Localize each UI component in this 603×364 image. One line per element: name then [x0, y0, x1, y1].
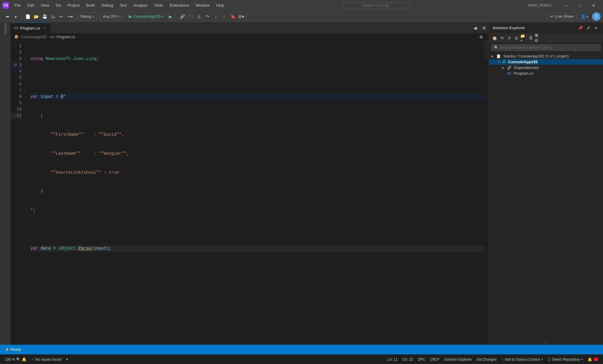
title-search-input[interactable]: [343, 2, 409, 9]
sb2-git-changes-tab[interactable]: Git Changes: [474, 357, 499, 362]
tab-scroll-left[interactable]: ◀: [471, 24, 479, 32]
sb2-select-repository[interactable]: ⬡ Select Repository ▾: [545, 357, 585, 362]
menu-analyze[interactable]: Analyze: [130, 2, 150, 8]
sb-ready[interactable]: ⚡ Ready: [2, 345, 23, 354]
breadcrumb-file[interactable]: C# Program.cs: [50, 35, 75, 39]
code-editor[interactable]: 1 2 3 ⊟ 3 4 5 6 7 8 9 10 11 using Newton…: [11, 41, 489, 345]
se-sync-btn[interactable]: ⟲: [499, 35, 505, 42]
exceptions-button[interactable]: ⚠: [195, 13, 203, 20]
se-home-btn[interactable]: 🏠: [491, 35, 498, 42]
menu-file[interactable]: File: [11, 2, 24, 8]
forward-button[interactable]: ▸: [12, 13, 20, 20]
file-cs-icon: C#: [14, 26, 18, 30]
redo-icon: ↪▾: [67, 14, 73, 19]
save-button[interactable]: 💾: [41, 13, 48, 20]
se-new-solution-folder-btn[interactable]: 📁+: [520, 35, 527, 42]
se-collapse-btn[interactable]: ⊟: [513, 35, 520, 42]
se-dependencies-item[interactable]: ▶ 🔗 Dependencies: [489, 65, 603, 70]
open-file-button[interactable]: 📂: [32, 13, 40, 20]
toolbar-nav-group: ⬅ ▸: [2, 13, 21, 20]
sb2-errors[interactable]: ▾: [64, 355, 70, 364]
sb2-crlf[interactable]: CRLF: [427, 357, 442, 362]
maximize-button[interactable]: □: [573, 0, 587, 11]
debug-dropdown-icon: ▾: [92, 14, 94, 19]
breakpoints-icon: ⬛: [188, 14, 193, 19]
sb2-no-issues[interactable]: ✓ No issues found: [29, 355, 64, 364]
back-button[interactable]: ⬅: [4, 13, 11, 20]
redo-dropdown[interactable]: ↪▾: [66, 13, 74, 20]
se-program-cs-item[interactable]: ▶ C# Program.cs: [489, 70, 603, 76]
solution-explorer: Solution Explorer 📌 ⤢ × 🏠 ⟲ ↺ ⊟ 📁+ 🗄 🔍⚙ …: [489, 23, 603, 345]
sb2-zoom[interactable]: 100 % 🔍 🔔: [2, 355, 29, 364]
tab-close-button[interactable]: ×: [42, 26, 47, 30]
se-tree: ▶ 📋 Solution 'ConsoleApp335' (1 of 1 pro…: [489, 52, 603, 341]
tab-program-cs[interactable]: C# Program.cs ×: [11, 23, 51, 33]
attach-button[interactable]: 🔗: [178, 13, 186, 20]
sb2-right: Ln: 11 Ch: 23 SPC CRLF Solution Explorer…: [385, 357, 601, 362]
run-button[interactable]: ▶ ConsoleApp335 ▾: [127, 14, 166, 19]
save-all-button[interactable]: 🗂: [49, 13, 57, 20]
se-float-button[interactable]: ⤢: [585, 25, 592, 31]
live-share-button[interactable]: ⇌ Live Share: [547, 13, 577, 20]
se-project-icon: ⚙: [502, 60, 506, 64]
source-control-icon: ↑: [502, 357, 503, 362]
sb2-spc[interactable]: SPC: [415, 357, 428, 362]
menu-debug[interactable]: Debug: [98, 2, 116, 8]
se-solution-item[interactable]: ▶ 📋 Solution 'ConsoleApp335' (1 of 1 pro…: [489, 53, 603, 59]
bookmark-icon: 🔖: [230, 14, 235, 19]
tab-overflow-button[interactable]: ⚙: [480, 24, 488, 32]
main-roslyn-label[interactable]: MAIN | ROSLY...: [525, 3, 557, 8]
breakpoints-button[interactable]: ⬛: [187, 13, 194, 20]
sb2-solution-explorer-tab[interactable]: Solution Explorer: [442, 357, 474, 362]
menu-tools[interactable]: Tools: [151, 2, 166, 8]
menu-test[interactable]: Test: [117, 2, 130, 8]
toolbar: ⬅ ▸ 📄 📂 💾 🗂 ↩ ↪▾ Debug ▾ | Any: [0, 11, 603, 23]
step-into-button[interactable]: ↓: [212, 13, 220, 20]
settings-dropdown[interactable]: ⚙▾: [237, 13, 245, 20]
vs-logo: VS: [2, 2, 9, 9]
code-content[interactable]: using Newtonsoft.Json.Linq; var input = …: [26, 41, 484, 345]
minimap: [484, 41, 489, 345]
menu-build[interactable]: Build: [83, 2, 98, 8]
minimize-button[interactable]: —: [559, 0, 573, 11]
sb2-ln-ch[interactable]: Ln: 11 Ch: 23: [385, 357, 415, 362]
new-file-icon: 📄: [25, 14, 30, 19]
platform-dropdown[interactable]: Any CPU ▾: [100, 13, 123, 20]
sb2-add-source-control[interactable]: ↑ Add to Source Control ▾: [499, 357, 545, 362]
menu-edit[interactable]: Edit: [24, 2, 37, 8]
se-search-input[interactable]: [500, 45, 597, 50]
se-filter-btn[interactable]: 🔍⚙: [535, 35, 541, 42]
sb2-notifications[interactable]: 🔔 1: [585, 357, 601, 362]
menu-window[interactable]: Window: [193, 2, 213, 8]
se-show-files-btn[interactable]: 🗄: [527, 35, 534, 42]
se-refresh-btn[interactable]: ↺: [506, 35, 512, 42]
toolbox-icon[interactable]: Toolbox: [1, 24, 10, 33]
se-pin-button[interactable]: 📌: [577, 25, 584, 31]
window-controls: — □ ✕: [559, 0, 601, 11]
menu-git[interactable]: Git: [53, 2, 64, 8]
menu-help[interactable]: Help: [213, 2, 227, 8]
step-out-button[interactable]: ↑: [220, 13, 228, 20]
run-start-button[interactable]: ▶: [166, 13, 174, 20]
menu-project[interactable]: Project: [64, 2, 82, 8]
tab-bar: C# Program.cs × ◀ ⚙: [11, 23, 489, 33]
user-icon[interactable]: 👤+: [581, 13, 589, 20]
profile-avatar[interactable]: D: [592, 12, 601, 21]
new-file-button[interactable]: 📄: [24, 13, 32, 20]
breadcrumb-settings[interactable]: ⚙: [477, 33, 485, 41]
breadcrumb-project[interactable]: 📦 ConsoleApp335: [14, 35, 47, 39]
se-file-icon: C#: [507, 72, 511, 75]
step-over-button[interactable]: ↷: [204, 13, 211, 20]
close-button[interactable]: ✕: [587, 0, 601, 11]
se-project-item[interactable]: ▼ ⚙ ConsoleApp335: [489, 59, 603, 65]
menu-extensions[interactable]: Extensions: [167, 2, 192, 8]
bookmark-button[interactable]: 🔖: [229, 13, 237, 20]
source-control-dropdown: ▾: [541, 358, 543, 361]
se-header-actions: 📌 ⤢ ×: [577, 25, 599, 31]
menu-view[interactable]: View: [38, 2, 52, 8]
se-close-button[interactable]: ×: [593, 25, 599, 31]
debug-config-dropdown[interactable]: Debug ▾: [78, 13, 97, 20]
title-search-area: [230, 2, 522, 9]
undo-button[interactable]: ↩: [58, 13, 65, 20]
menu-bar: File Edit View Git Project Build Debug T…: [11, 2, 227, 8]
